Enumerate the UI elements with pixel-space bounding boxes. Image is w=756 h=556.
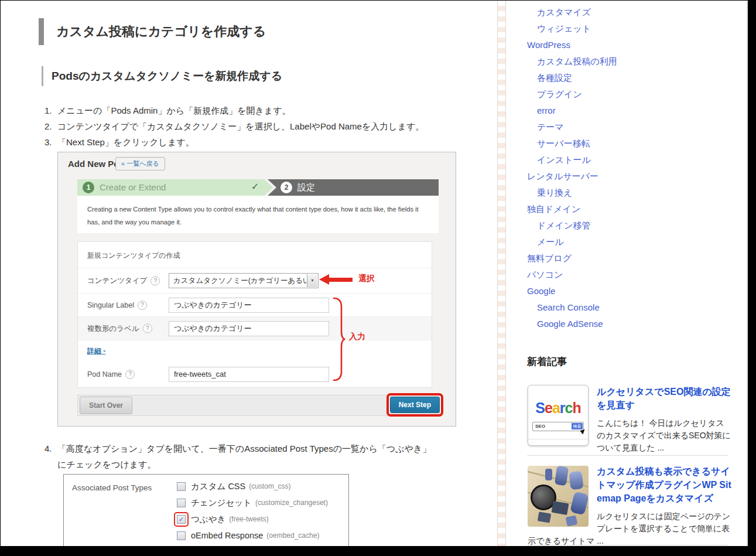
checkbox[interactable] [177,482,186,491]
section-title: Podsのカスタムタクソノミーを新規作成する [42,66,282,86]
sidebar-link[interactable]: 無料ブログ [527,253,572,263]
singular-label-text: Singular Label [87,301,134,309]
window-right-edge [747,1,756,556]
plural-label-input[interactable]: つぶやきのカテゴリー [169,321,329,336]
sidebar-item: error [537,103,617,119]
column-divider [497,1,506,547]
sidebar-link[interactable]: テーマ [537,122,564,132]
singular-label-input[interactable]: つぶやきのカテゴリー [169,298,329,313]
step-item-4: 4. 「高度なオプション」タブを開いて、一番下のAssociated Post … [45,441,437,472]
search-logo-letter: h [572,400,580,416]
post-type-slug: (customize_changeset) [255,499,328,507]
content-type-row: コンテンツタイプ ? カスタムタクソノミー(カテゴリーあるいはタグ ▼ [78,268,432,293]
form-heading: 新規コンテンツタイプの作成 [87,251,180,261]
step-item: 3. 「Next Step」をクリックします。 [45,137,460,148]
sidebar-item: Search Console [537,299,617,316]
page: カスタム投稿にカテゴリを作成する Podsのカスタムタクソノミーを新規作成する … [0,0,756,556]
pod-name-row: Pod Name ? free-tweets_cat [78,360,432,388]
step-number: 1. [45,105,57,116]
sidebar-link[interactable]: Search Console [537,302,600,312]
sidebar-item: パソコン [527,267,617,283]
search-logo-letter: a [552,400,560,416]
step-text: 「Next Step」をクリックします。 [57,137,194,148]
step-item: 2. コンテンツタイプで「カスタムタクソノミー」を選択し、LabelやPod N… [45,121,460,132]
checkbox[interactable] [177,531,186,540]
sidebar-link[interactable]: 独自ドメイン [527,204,580,214]
sidebar-item: プラグイン [537,86,617,103]
post-type-slug: (oembed_cache) [266,531,319,540]
sidebar-item: 乗り換え [537,185,617,201]
recent-article-2: カスタム投稿も表示できるサイトマップ作成プラグインWP Sitemap Page… [528,465,733,547]
sidebar-link[interactable]: レンタルサーバー [527,171,598,181]
sidebar-link[interactable]: カスタマイズ [537,7,591,17]
plural-label: 複数形のラベル ? [87,323,152,333]
sidebar-link[interactable]: Google [527,286,555,296]
search-logo-letter: c [565,400,573,416]
advanced-row: 詳細 - [78,340,432,360]
advanced-link[interactable]: 詳細 - [87,346,105,356]
select-annotation-arrow-tail [329,278,353,282]
sidebar-link[interactable]: カスタム投稿の利用 [537,56,617,66]
sidebar-item: レンタルサーバー [527,168,617,185]
next-step-highlight-ring: Next Step [386,393,443,417]
sidebar-link[interactable]: サーバー移転 [537,138,590,148]
help-icon[interactable]: ? [138,301,147,310]
thumbnail-divider [528,439,588,439]
sidebar-item: ドメイン移管 [537,217,617,234]
sidebar-item: WordPress [527,37,617,53]
sidebar-item: カスタム投稿の利用 [537,53,617,70]
singular-label-row: Singular Label ? つぶやきのカテゴリー [78,293,432,316]
sidebar-link[interactable]: パソコン [527,270,563,279]
select-annotation-arrow-icon [319,274,329,285]
sidebar-link[interactable]: ドメイン移管 [537,220,590,230]
pod-name-input[interactable]: free-tweets_cat [169,367,329,382]
step-text: メニューの「Pods Admin」から「新規作成」を開きます。 [57,105,291,116]
sidebar-link[interactable]: error [537,105,556,115]
content-type-label-text: コンテンツタイプ [87,276,147,286]
article-thumbnail-search[interactable]: Search SEO 検索 [528,385,589,446]
sidebar-link[interactable]: インストール [537,155,591,165]
search-logo: Search [528,400,588,417]
content-type-select[interactable]: カスタムタクソノミー(カテゴリーあるいはタグ ▼ [169,273,319,288]
form-heading-row: 新規コンテンツタイプの作成 [78,242,432,268]
chevron-down-icon[interactable]: ▼ [307,274,317,287]
step-text: コンテンツタイプで「カスタムタクソノミー」を選択し、LabelやPod Name… [57,121,424,132]
post-type-row: カスタム CSS (custom_css) [177,478,328,494]
associated-post-types-screenshot: Associated Post Types カスタム CSS (custom_c… [63,474,349,556]
post-type-slug: (custom_css) [249,482,290,490]
page-title-text: カスタム投稿にカテゴリを作成する [56,23,266,40]
sidebar-link[interactable]: 乗り換え [537,187,573,197]
content-type-value: カスタムタクソノミー(カテゴリーあるいはタグ [173,277,319,285]
back-to-list-button[interactable]: « 一覧へ戻る [115,157,165,170]
sidebar-item: Google AdSense [537,316,617,332]
singular-label: Singular Label ? [87,301,147,310]
sidebar-link[interactable]: メール [537,237,564,247]
sidebar-link[interactable]: Google AdSense [537,319,603,329]
post-type-row: ✓ つぶやき (free-tweets) [177,511,328,527]
article-title-link[interactable]: ルクセリタスでSEO関連の設定を見直す [597,385,733,412]
checkbox[interactable]: ✓ [177,515,186,524]
pod-form: 新規コンテンツタイプの作成 コンテンツタイプ ? カスタムタクソノミー(カテゴリ… [77,241,432,388]
checkbox[interactable] [177,499,186,507]
sidebar-link[interactable]: ウィジェット [537,23,591,33]
sidebar-link[interactable]: WordPress [527,40,570,50]
article-thumbnail-circuit[interactable] [528,466,589,527]
post-type-label: oEmbed Response [191,531,263,540]
sidebar-link[interactable]: 各種設定 [537,73,572,83]
help-icon[interactable]: ? [150,276,160,285]
help-icon[interactable]: ? [143,324,152,333]
step-item: 1. メニューの「Pods Admin」から「新規作成」を開きます。 [45,105,460,116]
sidebar-item: ウィジェット [537,21,617,37]
associated-post-types-label: Associated Post Types [72,483,152,492]
next-step-button[interactable]: Next Step [390,397,440,413]
sidebar-item: 無料ブログ [527,250,617,267]
start-over-button[interactable]: Start Over [80,397,132,414]
step-number: 4. [45,441,57,472]
post-type-label: つぶやき [191,514,225,525]
wizard-step1-label[interactable]: Create or Extend [100,182,166,192]
step-number: 2. [45,121,57,132]
help-icon[interactable]: ? [125,370,135,379]
sidebar-link[interactable]: プラグイン [537,89,582,99]
wizard-step2-label[interactable]: 設定 [297,182,315,193]
post-type-row: チェンジセット (customize_changeset) [177,494,328,511]
